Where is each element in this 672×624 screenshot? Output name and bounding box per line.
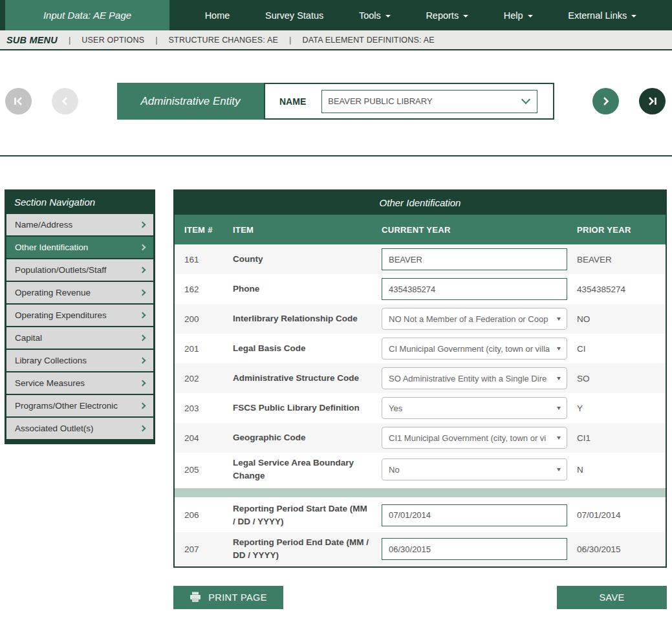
sidebar-item-associated-outlets[interactable]: Associated Outlet(s) xyxy=(6,418,153,439)
prior-year-value: 07/01/2014 xyxy=(577,510,666,520)
sidebar-item-service-measures[interactable]: Service Measures xyxy=(6,372,153,394)
entity-name-select[interactable]: BEAVER PUBLIC LIBRARY xyxy=(321,90,537,113)
geographic-code-select[interactable]: CI1 Municipal Government (city, town or … xyxy=(382,427,567,449)
select-value: CI1 Municipal Government (city, town or … xyxy=(389,433,553,443)
item-label: Administrative Structure Code xyxy=(233,372,382,385)
select-value: SO Administrative Entity with a Single D… xyxy=(389,374,553,383)
sidebar-item-label: Operating Expenditures xyxy=(15,310,107,320)
first-record-button[interactable] xyxy=(5,88,32,114)
chevron-right-icon xyxy=(600,96,611,107)
table-row: 207 Reporting Period End Date (MM / DD /… xyxy=(175,532,666,566)
prior-year-value: BEAVER xyxy=(577,255,666,264)
sidebar-item-programs-other-electronic[interactable]: Programs/Other Electronic xyxy=(6,395,153,416)
chevron-right-icon xyxy=(140,244,146,251)
table-row: 202 Administrative Structure Code SO Adm… xyxy=(175,363,666,393)
chevron-down-icon xyxy=(557,347,561,350)
prior-year-value: Y xyxy=(577,403,666,413)
nav-item-reports[interactable]: Reports xyxy=(426,10,468,21)
sidebar-item-label: Library Collections xyxy=(15,356,87,365)
sidebar-item-operating-revenue[interactable]: Operating Revenue xyxy=(6,282,153,303)
nav-item-help[interactable]: Help xyxy=(504,10,533,21)
prior-year-value: N xyxy=(577,465,666,475)
submenu-item-user-options[interactable]: USER OPTIONS xyxy=(81,36,144,45)
select-value: Yes xyxy=(389,403,553,413)
divider: | xyxy=(289,35,291,45)
print-page-button[interactable]: PRINT PAGE xyxy=(173,586,283,609)
interlibrary-relationship-code-select[interactable]: NO Not a Member of a Federation or Coop xyxy=(382,308,567,330)
fscs-public-library-definition-select[interactable]: Yes xyxy=(382,397,567,419)
nav-tab-input-data-ae-page[interactable]: Input Data: AE Page xyxy=(5,0,169,30)
sidebar-item-label: Population/Outlets/Staff xyxy=(15,265,107,275)
legal-basis-code-select[interactable]: CI Municipal Government (city, town or v… xyxy=(382,338,567,360)
select-value: NO Not a Member of a Federation or Coop xyxy=(389,314,553,324)
prior-year-value: CI xyxy=(577,344,666,354)
chevron-down-icon xyxy=(528,15,533,17)
prior-year-value: 06/30/2015 xyxy=(577,544,666,554)
nav-item-survey-status[interactable]: Survey Status xyxy=(265,10,323,21)
sidebar-item-label: Other Identification xyxy=(15,242,88,252)
previous-record-button[interactable] xyxy=(52,88,78,114)
chevron-right-icon xyxy=(140,335,146,341)
sidebar-item-population-outlets-staff[interactable]: Population/Outlets/Staff xyxy=(6,259,153,281)
chevron-down-icon xyxy=(557,468,561,471)
sub-menu-bar: SUB MENU | USER OPTIONS | STRUCTURE CHAN… xyxy=(0,30,672,50)
sidebar-item-capital[interactable]: Capital xyxy=(6,327,153,349)
item-label: Phone xyxy=(233,283,382,296)
reporting-period-end-date-input[interactable] xyxy=(382,538,567,560)
table-row: 205 Legal Service Area Boundary Change N… xyxy=(175,453,666,487)
sidebar-item-label: Operating Revenue xyxy=(15,288,91,297)
table-row: 206 Reporting Period Start Date (MM / DD… xyxy=(175,499,666,533)
table-header-row: ITEM # ITEM CURRENT YEAR PRIOR YEAR xyxy=(175,215,666,244)
county-input[interactable] xyxy=(382,248,567,270)
item-label: Legal Service Area Boundary Change xyxy=(233,457,382,483)
divider: | xyxy=(69,35,70,45)
chevron-right-icon xyxy=(140,403,146,409)
nav-item-tools[interactable]: Tools xyxy=(359,10,391,21)
table-title: Other Identification xyxy=(175,191,666,215)
item-number: 200 xyxy=(184,314,233,324)
divider xyxy=(0,155,672,156)
chevron-right-icon xyxy=(140,312,146,319)
item-number: 206 xyxy=(184,510,233,520)
submenu-item-structure-changes[interactable]: STRUCTURE CHANGES: AE xyxy=(169,36,279,45)
nav-item-external-links[interactable]: External Links xyxy=(568,10,636,21)
item-number: 204 xyxy=(184,433,233,443)
last-record-icon xyxy=(647,96,658,107)
item-label: County xyxy=(233,253,382,266)
nav-item-label: External Links xyxy=(568,10,627,21)
first-record-icon xyxy=(13,96,24,107)
chevron-right-icon xyxy=(140,222,146,228)
submenu-item-data-element-definitions[interactable]: DATA ELEMENT DEFINITIONS: AE xyxy=(302,36,434,45)
item-number: 202 xyxy=(184,374,233,383)
chevron-right-icon xyxy=(140,290,146,296)
legal-service-area-boundary-change-select[interactable]: No xyxy=(382,458,567,480)
column-header-prior-year: PRIOR YEAR xyxy=(577,225,666,235)
sidebar-item-name-address[interactable]: Name/Address xyxy=(6,214,153,235)
chevron-down-icon xyxy=(631,15,636,17)
entity-name-value: BEAVER PUBLIC LIBRARY xyxy=(328,96,432,106)
chevron-left-icon xyxy=(60,96,70,107)
administrative-structure-code-select[interactable]: SO Administrative Entity with a Single D… xyxy=(382,367,567,389)
phone-input[interactable] xyxy=(382,278,567,300)
item-label: Reporting Period End Date (MM / DD / YYY… xyxy=(233,536,382,563)
nav-item-home[interactable]: Home xyxy=(205,10,230,21)
name-label: NAME xyxy=(279,96,306,107)
last-record-button[interactable] xyxy=(639,88,666,114)
sidebar-item-library-collections[interactable]: Library Collections xyxy=(6,350,153,371)
chevron-right-icon xyxy=(140,358,146,364)
save-button[interactable]: SAVE xyxy=(557,586,667,609)
sidebar-item-operating-expenditures[interactable]: Operating Expenditures xyxy=(6,305,153,326)
nav-items: Home Survey Status Tools Reports Help Ex… xyxy=(169,0,672,30)
chevron-down-icon xyxy=(557,436,561,440)
reporting-period-start-date-input[interactable] xyxy=(382,504,567,526)
next-record-button[interactable] xyxy=(592,88,619,114)
table-row: 161 County BEAVER xyxy=(175,244,666,274)
item-number: 207 xyxy=(184,544,233,554)
other-identification-table: Other Identification ITEM # ITEM CURRENT… xyxy=(173,189,667,568)
column-header-item-no: ITEM # xyxy=(184,225,233,235)
chevron-down-icon xyxy=(463,15,468,17)
nav-item-label: Survey Status xyxy=(265,10,323,21)
chevron-down-icon xyxy=(521,95,530,104)
sidebar-item-other-identification[interactable]: Other Identification xyxy=(6,237,153,258)
table-row: 204 Geographic Code CI1 Municipal Govern… xyxy=(175,423,666,453)
